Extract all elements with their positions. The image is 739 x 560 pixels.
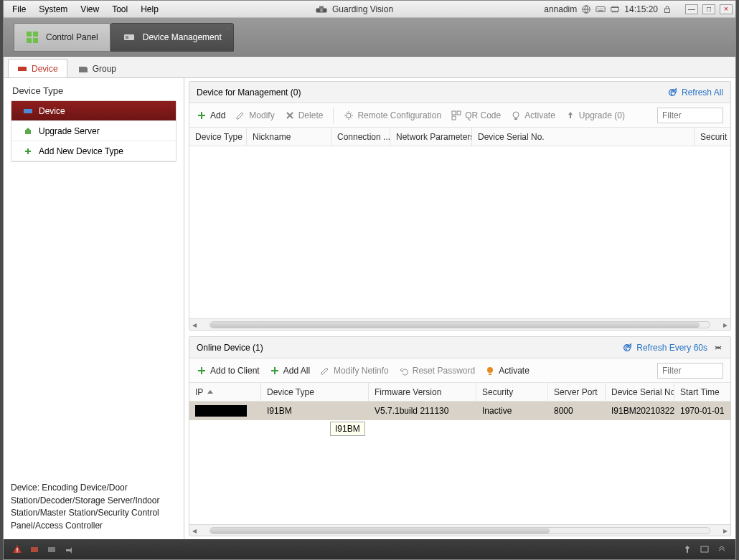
col-device-type[interactable]: Device Type <box>261 383 369 401</box>
col-nickname[interactable]: Nickname <box>247 128 331 146</box>
online-title: Online Device (1) <box>197 343 263 353</box>
col-security[interactable]: Securit <box>695 128 730 146</box>
qr-icon <box>451 110 461 120</box>
tab-close-icon[interactable]: × <box>226 25 230 33</box>
device-type-item-upgrade[interactable]: Upgrade Server <box>11 121 176 141</box>
collapse-icon[interactable] <box>713 343 723 353</box>
reset-password-button[interactable]: Reset Password <box>399 366 475 376</box>
svg-rect-17 <box>452 111 456 115</box>
control-panel-icon <box>26 31 39 44</box>
alert-icon[interactable] <box>12 544 22 554</box>
clock-label: 14:15:20 <box>624 4 658 14</box>
menu-file[interactable]: File <box>6 2 32 16</box>
delete-button[interactable]: Delete <box>285 110 324 120</box>
col-serial[interactable]: Device Serial No. <box>606 383 674 401</box>
subtab-device[interactable]: Device <box>8 59 67 77</box>
col-serial[interactable]: Device Serial No. <box>472 128 695 146</box>
menu-tool[interactable]: Tool <box>106 2 133 16</box>
content-area: Device for Management (0) Refresh All Ad… <box>184 78 735 539</box>
action-label: Modify Netinfo <box>334 366 389 376</box>
sort-asc-icon <box>207 390 213 394</box>
maximize-button[interactable]: □ <box>702 4 715 14</box>
menu-system[interactable]: System <box>33 2 73 16</box>
ram-icon[interactable] <box>610 4 620 14</box>
plus-icon <box>197 110 207 120</box>
col-start-time[interactable]: Start Time <box>674 383 730 401</box>
keyboard-icon[interactable] <box>596 4 606 14</box>
management-actions: Add Modify Delete Remote Configuration <box>189 103 730 128</box>
lock-icon[interactable] <box>662 4 672 14</box>
subtab-group[interactable]: Group <box>69 59 126 77</box>
online-activate-button[interactable]: Activate <box>485 366 529 376</box>
tab-device-management[interactable]: Device Management × <box>110 23 234 52</box>
refresh-60s-button[interactable]: Refresh Every 60s <box>622 343 707 353</box>
minimize-button[interactable]: — <box>685 4 698 14</box>
table-row[interactable]: I91BM V5.7.1build 211130 Inactive 8000 I… <box>189 402 730 420</box>
col-server-port[interactable]: Server Port <box>548 383 606 401</box>
device-type-list: Device Upgrade Server Add New Device Typ… <box>11 100 176 162</box>
online-table-header: IP Device Type Firmware Version Security… <box>189 383 730 402</box>
plus-icon <box>270 366 280 376</box>
action-label: Reset Password <box>413 366 475 376</box>
pencil-icon <box>320 366 330 376</box>
device-mgmt-icon <box>123 31 136 44</box>
cell-ip <box>189 402 261 420</box>
svg-point-21 <box>487 367 493 373</box>
cell-tooltip: I91BM <box>330 422 365 436</box>
device-type-label: Add New Device Type <box>39 146 123 156</box>
online-hscroll[interactable]: ◂▸ <box>189 524 730 536</box>
sidebar: Device Type Device Upgrade Server Add Ne… <box>4 78 184 539</box>
device-type-item-device[interactable]: Device <box>11 101 176 121</box>
filter-input[interactable] <box>657 363 723 379</box>
sidebar-footer-text: Device: Encoding Device/Door Station/Dec… <box>11 482 176 532</box>
action-label: Activate <box>499 366 529 376</box>
cell-firmware: V5.7.1build 211130 <box>369 402 476 420</box>
refresh-icon <box>667 87 677 98</box>
action-label: Modify <box>249 110 274 120</box>
status-icon-3[interactable] <box>64 544 74 554</box>
main-area: Device Type Device Upgrade Server Add Ne… <box>4 78 735 539</box>
online-filter <box>657 363 723 379</box>
management-hscroll[interactable]: ◂▸ <box>189 318 730 330</box>
device-type-item-add[interactable]: Add New Device Type <box>11 141 176 161</box>
cell-start-time: 1970-01-01 <box>674 402 730 420</box>
remote-config-button[interactable]: Remote Configuration <box>344 110 441 120</box>
status-icon-2[interactable] <box>47 544 57 554</box>
modify-button[interactable]: Modify <box>235 110 274 120</box>
user-label: annadim <box>544 4 577 14</box>
svg-rect-19 <box>452 116 456 120</box>
globe-icon[interactable] <box>581 4 591 14</box>
svg-rect-9 <box>27 38 32 43</box>
filter-input[interactable] <box>657 108 723 123</box>
menu-view[interactable]: View <box>75 2 105 16</box>
window-icon[interactable] <box>700 544 710 554</box>
col-ip[interactable]: IP <box>189 383 261 401</box>
pin-icon[interactable] <box>682 544 692 554</box>
refresh-all-button[interactable]: Refresh All <box>667 87 723 98</box>
ip-redacted <box>195 405 247 417</box>
chevron-up-icon[interactable] <box>717 544 727 554</box>
pencil-icon <box>235 110 245 120</box>
add-button[interactable]: Add <box>197 110 225 120</box>
svg-rect-15 <box>25 130 31 134</box>
upgrade-button[interactable]: Upgrade (0) <box>565 110 625 120</box>
col-network[interactable]: Network Parameters <box>390 128 472 146</box>
group-subtab-icon <box>78 65 88 73</box>
status-icon-1[interactable] <box>29 544 39 554</box>
qr-code-button[interactable]: QR Code <box>451 110 501 120</box>
col-security[interactable]: Security <box>476 383 548 401</box>
col-firmware[interactable]: Firmware Version <box>369 383 476 401</box>
col-device-type[interactable]: Device Type <box>189 128 247 146</box>
col-connection[interactable]: Connection ... <box>331 128 390 146</box>
add-all-button[interactable]: Add All <box>270 366 310 376</box>
undo-icon <box>399 366 409 376</box>
sidebar-heading: Device Type <box>11 85 176 96</box>
modify-netinfo-button[interactable]: Modify Netinfo <box>320 366 389 376</box>
management-panel-header: Device for Management (0) Refresh All <box>189 82 730 103</box>
menu-help[interactable]: Help <box>135 2 164 16</box>
activate-button[interactable]: Activate <box>511 110 555 120</box>
add-to-client-button[interactable]: Add to Client <box>197 366 260 376</box>
tab-control-panel[interactable]: Control Panel <box>14 23 110 52</box>
svg-point-1 <box>320 9 324 12</box>
close-button[interactable]: × <box>720 4 733 14</box>
